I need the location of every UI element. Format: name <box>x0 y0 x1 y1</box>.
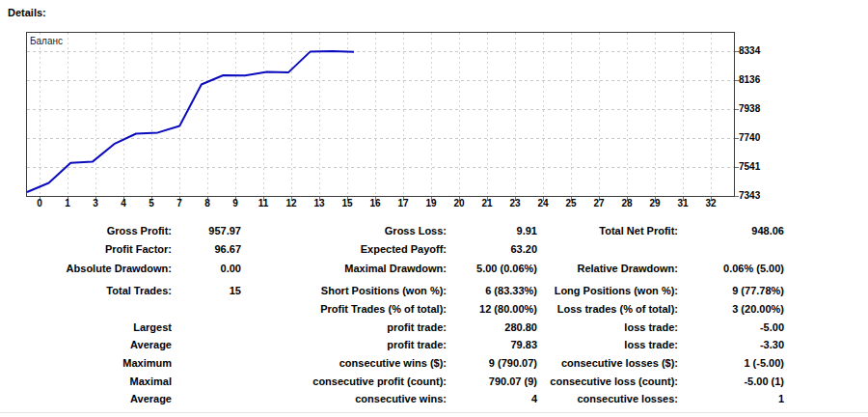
stat-label: Expected Payoff: <box>251 242 447 256</box>
balance-chart-canvas <box>26 32 740 206</box>
page-title: Details: <box>8 7 46 18</box>
x-axis-label: 29 <box>643 198 666 209</box>
x-axis-label: 31 <box>671 198 694 209</box>
stat-label: profit trade: <box>251 338 447 351</box>
stat-value: 0.00 <box>172 262 241 275</box>
stat-label: loss trade: <box>547 338 678 351</box>
stat-value: 9 (790.07) <box>447 356 537 370</box>
stat-label: loss trade: <box>547 320 678 334</box>
stat-value: -5.00 <box>678 320 784 334</box>
stat-label: consecutive wins ($): <box>251 356 447 370</box>
x-axis-label: 23 <box>503 198 527 209</box>
stat-value: -3.30 <box>678 338 784 351</box>
stat-label: Profit Trades (% of total): <box>251 302 447 316</box>
stat-label: Largest <box>0 320 172 334</box>
x-axis-label: 24 <box>531 198 555 209</box>
stat-label: Long Positions (won %): <box>547 284 678 297</box>
x-axis-label: 28 <box>615 198 638 209</box>
x-axis-label: 15 <box>336 198 359 209</box>
stat-label: Loss trades (% of total): <box>547 302 678 316</box>
x-axis-label: 16 <box>364 198 387 209</box>
x-axis-label: 1 <box>56 198 79 209</box>
balance-chart <box>26 32 740 206</box>
stat-label: Gross Profit: <box>0 224 172 237</box>
balance-line <box>27 51 354 192</box>
stat-label: Gross Loss: <box>251 224 447 237</box>
stat-value: 79.83 <box>447 338 537 351</box>
x-axis-label: 25 <box>559 198 583 209</box>
stat-label: consecutive loss (count): <box>547 375 678 388</box>
x-axis-label: 19 <box>420 198 443 209</box>
stat-label: Relative Drawdown: <box>547 262 678 275</box>
x-axis-label: 4 <box>112 198 135 209</box>
stat-label: Average <box>0 338 172 351</box>
stat-value: 790.07 (9) <box>447 375 537 388</box>
stat-label: Maximal <box>0 375 172 388</box>
stat-value: -5.00 (1) <box>678 375 784 388</box>
stat-label: Maximal Drawdown: <box>251 262 447 275</box>
x-axis-label: 0 <box>28 198 51 209</box>
stat-label: consecutive profit (count): <box>251 375 447 388</box>
y-axis-label: 7740 <box>739 132 777 144</box>
stat-label: Absolute Drawdown: <box>0 262 172 275</box>
stat-value: 957.97 <box>172 224 241 237</box>
x-axis-label: 11 <box>252 198 275 209</box>
stat-value: 9.91 <box>447 224 537 237</box>
stat-label: profit trade: <box>251 320 447 334</box>
x-axis-label: 8 <box>196 198 219 209</box>
stat-value: 9 (77.78%) <box>678 284 784 297</box>
x-axis-label: 3 <box>84 198 107 209</box>
x-axis-label: 21 <box>475 198 499 209</box>
stat-value: 948.06 <box>678 224 784 237</box>
x-axis-label: 7 <box>168 198 191 209</box>
stat-value: 3 (20.00%) <box>678 302 784 316</box>
x-axis-label: 20 <box>448 198 471 209</box>
stat-label: consecutive losses ($): <box>547 356 678 370</box>
x-axis-label: 9 <box>224 198 247 209</box>
stat-value: 12 (80.00%) <box>447 302 537 316</box>
stat-value: 5.00 (0.06%) <box>447 262 537 275</box>
y-axis-label: 8136 <box>739 74 777 86</box>
stat-value: 1 <box>678 392 784 405</box>
chart-series-label: Баланс <box>30 36 63 46</box>
x-axis-label: 27 <box>587 198 610 209</box>
y-axis-label: 7343 <box>739 190 777 202</box>
stat-label: Profit Factor: <box>0 242 172 256</box>
stat-value: 4 <box>447 392 537 405</box>
x-axis-label: 13 <box>308 198 331 209</box>
stat-value: 1 (-5.00) <box>678 356 784 370</box>
stat-value: 280.80 <box>447 320 537 334</box>
stat-label: consecutive wins: <box>251 392 447 405</box>
stat-value: 0.06% (5.00) <box>678 262 784 275</box>
x-axis-label: 17 <box>392 198 415 209</box>
stat-value: 6 (83.33%) <box>447 284 537 297</box>
stat-label: Total Net Profit: <box>547 224 678 237</box>
stat-label: Average <box>0 392 172 405</box>
stat-value: 15 <box>172 284 241 297</box>
bottom-separator <box>0 412 868 413</box>
stat-label: Maximum <box>0 356 172 370</box>
stat-value: 63.20 <box>447 242 537 256</box>
stat-value: 96.67 <box>172 242 241 256</box>
y-axis-label: 7938 <box>739 103 777 115</box>
stat-label: Total Trades: <box>0 284 172 297</box>
y-axis-label: 8334 <box>739 45 777 57</box>
x-axis-label: 32 <box>699 198 722 209</box>
x-axis-label: 5 <box>140 198 163 209</box>
x-axis-label: 12 <box>280 198 303 209</box>
stat-label: consecutive losses: <box>547 392 678 405</box>
y-axis-label: 7541 <box>739 161 777 173</box>
stat-label: Short Positions (won %): <box>251 284 447 297</box>
